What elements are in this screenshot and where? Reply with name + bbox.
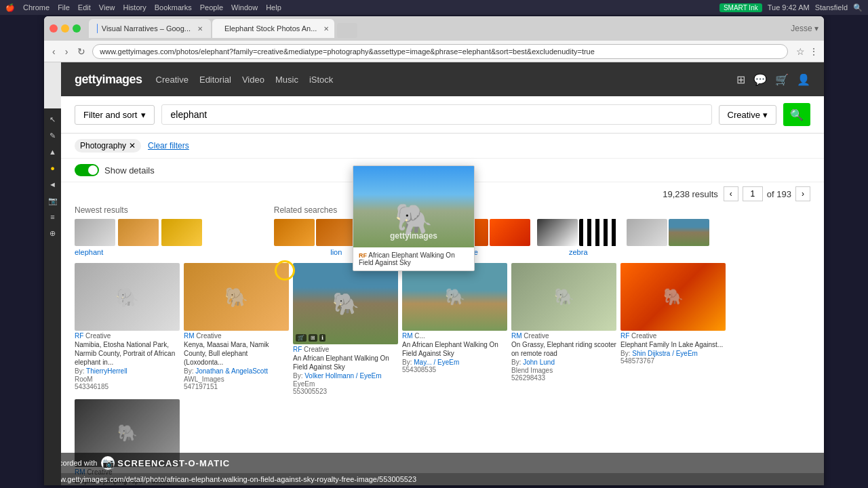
related-elephant-thumb-2[interactable] [669, 219, 709, 246]
card-num-5: 526298433 [511, 374, 616, 382]
prev-page-button[interactable]: ‹ [724, 186, 738, 201]
maximize-window-btn[interactable] [73, 24, 81, 33]
card-type-6: RF Creative [620, 332, 726, 340]
account-icon[interactable]: 👤 [797, 73, 810, 86]
related-zebra-thumb-2[interactable] [579, 219, 620, 246]
filters-row: Photography ✕ Clear filters [61, 134, 824, 159]
browser-icons: ☆ ⋮ [796, 46, 818, 57]
next-page-button[interactable]: › [795, 186, 810, 201]
header-icons: ⊞ 💬 🛒 👤 [736, 73, 810, 86]
card-type-4: RM C... [402, 332, 507, 340]
getty-search: Filter and sort ▾ Creative ▾ 🔍 [61, 96, 824, 134]
refresh-button[interactable]: ↻ [75, 45, 88, 58]
image-card-4[interactable]: 🐘 RM C... An African Elephant Walking On… [402, 263, 507, 395]
show-details-toggle[interactable] [75, 164, 99, 176]
screencast-brand: SCREENCAST-O-MATIC [117, 458, 230, 468]
image-card-3[interactable]: 🐘 🛒 ⊞ ℹ RF Creative An African Elephant … [293, 263, 398, 395]
nav-editorial[interactable]: Editorial [199, 75, 231, 85]
newest-thumb-1[interactable] [75, 219, 115, 246]
card-by-6: By: Shin Dijkstra / EyeEm [620, 350, 726, 357]
newest-thumbs [75, 219, 254, 246]
help-menu[interactable]: Help [266, 3, 281, 12]
tab-close-2[interactable]: ✕ [323, 25, 329, 33]
mac-bar: 🍎 Chrome File Edit View History Bookmark… [0, 0, 868, 15]
bookmarks-menu[interactable]: Bookmarks [155, 3, 192, 12]
tool-pen[interactable]: ✎ [46, 129, 60, 142]
related-lion-thumb-1[interactable] [274, 219, 315, 246]
tool-highlight[interactable]: ▲ [46, 145, 60, 159]
card-by-4: By: May... / EyeEm [402, 359, 507, 366]
nav-creative[interactable]: Creative [156, 75, 189, 85]
newest-link[interactable]: elephant [75, 248, 254, 256]
zebra-label[interactable]: zebra [569, 248, 588, 256]
lion-label[interactable]: lion [330, 248, 342, 256]
card-author-link-6[interactable]: Shin Dijkstra / EyeEm [632, 350, 698, 357]
tab-1[interactable]: Visual Narratives – Goog... ✕ [89, 19, 211, 38]
tool-select[interactable]: ↖ [46, 113, 60, 126]
tool-cursor2[interactable]: ⊕ [46, 226, 60, 240]
cart-icon[interactable]: 🛒 [775, 73, 789, 86]
filter-tag-label: Photography [80, 141, 126, 150]
tab-2[interactable]: Elephant Stock Photos An... ✕ [212, 19, 334, 38]
related-elephant-thumb-1[interactable] [627, 219, 667, 246]
newest-thumb-3[interactable] [161, 219, 202, 246]
card-author-link-4[interactable]: May... / EyeEm [414, 359, 459, 366]
settings-icon[interactable]: ⋮ [809, 46, 818, 57]
window-menu[interactable]: Window [231, 3, 258, 12]
search-input[interactable] [161, 104, 711, 125]
apple-icon: 🍎 [5, 3, 15, 12]
chat-icon[interactable]: 💬 [753, 73, 767, 86]
address-bar: ‹ › ↻ www.gettyimages.com/photos/elephan… [44, 41, 824, 62]
card-author-link-5[interactable]: John Lund [523, 359, 555, 366]
compare-icon[interactable]: ⊞ [736, 73, 745, 86]
related-zebra-thumb-1[interactable] [537, 219, 578, 246]
search-mac-icon[interactable]: 🔍 [853, 3, 863, 12]
toggle-knob [88, 165, 98, 175]
tool-more[interactable]: ≡ [46, 210, 60, 224]
image-card-2[interactable]: 🐘 RM Creative Kenya, Maasai Mara, Namik … [184, 263, 289, 395]
image-card-5[interactable]: 🐘 RM Creative On Grassy, Elephant riding… [511, 263, 616, 395]
forward-button[interactable]: › [62, 45, 71, 58]
clear-filters-link[interactable]: Clear filters [148, 141, 189, 150]
close-window-btn[interactable] [50, 24, 58, 33]
nav-music[interactable]: Music [275, 75, 298, 85]
edit-menu[interactable]: Edit [78, 3, 91, 12]
minimize-window-btn[interactable] [61, 24, 69, 33]
card-desc-5: On Grassy, Elephant riding scooter on re… [511, 340, 616, 358]
remove-filter-icon[interactable]: ✕ [129, 141, 136, 150]
filter-sort-button[interactable]: Filter and sort ▾ [75, 105, 155, 125]
card-author-link-2[interactable]: Jonathan & AngelaScott [195, 367, 268, 375]
file-menu[interactable]: File [58, 3, 70, 12]
creative-dropdown-button[interactable]: Creative ▾ [719, 105, 776, 125]
tab-close-1[interactable]: ✕ [197, 25, 203, 33]
back-button[interactable]: ‹ [50, 45, 58, 58]
chrome-menu[interactable]: Chrome [23, 3, 50, 12]
url-bar[interactable]: www.gettyimages.com/photos/elephant?fami… [92, 44, 788, 59]
card-author-link-1[interactable]: ThierryHerrell [86, 367, 127, 375]
page-number-input[interactable] [743, 186, 763, 201]
image-popup: 🐘 gettyimages RF African Elephant Walkin… [353, 165, 475, 271]
photography-filter-tag[interactable]: Photography ✕ [75, 139, 141, 152]
card-author-link-3[interactable]: Volker Hollmann / EyeEm [304, 372, 381, 380]
newest-thumb-2[interactable] [118, 219, 159, 246]
card-type-5: RM Creative [511, 332, 616, 340]
people-menu[interactable]: People [200, 3, 223, 12]
tool-arrow-left[interactable]: ◄ [46, 178, 60, 191]
user-profile-icon[interactable]: Jesse ▾ [791, 24, 818, 33]
view-menu[interactable]: View [99, 3, 115, 12]
image-card-6[interactable]: 🐘 RF Creative Elephant Family In Lake Ag… [620, 263, 726, 395]
nav-istock[interactable]: iStock [309, 75, 333, 85]
bookmark-icon[interactable]: ☆ [796, 46, 805, 57]
history-menu[interactable]: History [123, 3, 146, 12]
chrome-top-bar: Visual Narratives – Goog... ✕ Elephant S… [44, 16, 824, 41]
related-lion-thumb-2[interactable] [316, 219, 357, 246]
tool-camera[interactable]: 📷 [46, 194, 60, 207]
search-go-button[interactable]: 🔍 [783, 103, 810, 126]
tool-yellow-marker[interactable]: ● [46, 161, 60, 175]
card-by-5: By: John Lund [511, 359, 616, 366]
related-giraffe-thumb-3[interactable] [490, 219, 530, 246]
screencast-camera-icon: 📷 [101, 456, 115, 470]
nav-video[interactable]: Video [242, 75, 264, 85]
badge-compare: ⊞ [309, 334, 317, 342]
image-card-1[interactable]: 🐘 RF Creative Namibia, Etosha National P… [75, 263, 180, 395]
